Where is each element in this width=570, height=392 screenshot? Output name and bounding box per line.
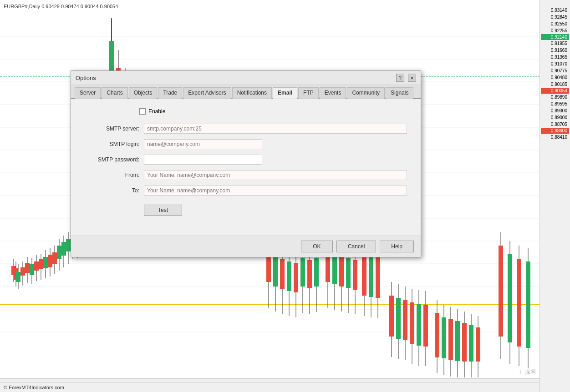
enable-row: Enable (139, 108, 407, 115)
svg-rect-159 (469, 325, 473, 362)
price-level: 0.88705 (541, 121, 569, 128)
tab-email[interactable]: Email (273, 87, 297, 99)
svg-rect-167 (517, 259, 521, 347)
svg-rect-33 (34, 261, 39, 271)
svg-rect-39 (48, 255, 52, 267)
tab-expert-advisors[interactable]: Expert Advisors (183, 87, 231, 99)
tab-server[interactable]: Server (75, 87, 101, 99)
svg-rect-133 (369, 254, 373, 297)
smtp-server-row: SMTP server: (85, 124, 407, 134)
price-level: 0.92550 (541, 20, 569, 27)
to-input[interactable] (144, 186, 407, 196)
from-input[interactable] (144, 170, 407, 180)
smtp-login-label: SMTP login: (85, 141, 144, 147)
svg-rect-41 (52, 252, 57, 264)
price-level: 0.90775 (541, 67, 569, 74)
tab-ftp[interactable]: FTP (298, 87, 319, 99)
svg-rect-169 (526, 261, 530, 348)
svg-rect-107 (273, 257, 278, 286)
to-row: To: (85, 186, 407, 196)
svg-rect-127 (346, 258, 351, 288)
dialog-body: Enable SMTP server: SMTP login: SMTP pas… (71, 99, 421, 236)
price-level: 0.89300 (541, 107, 569, 114)
price-level: 0.88410 (541, 134, 569, 141)
tab-notifications[interactable]: Notifications (232, 87, 272, 99)
price-level: 0.91365 (541, 54, 569, 60)
svg-rect-121 (326, 254, 330, 282)
price-level-red: 0.90054 (541, 88, 569, 94)
price-axis: 0.93140 0.92845 0.92550 0.92255 0.92140 … (539, 0, 570, 392)
dialog-close-button[interactable]: × (408, 74, 416, 82)
smtp-password-label: SMTP password: (85, 156, 144, 163)
svg-rect-37 (43, 257, 48, 268)
svg-rect-157 (462, 323, 467, 362)
price-level: 0.89000 (541, 114, 569, 121)
from-row: From: (85, 170, 407, 180)
svg-rect-123 (332, 255, 337, 284)
to-label: To: (85, 187, 144, 194)
enable-checkbox[interactable] (139, 108, 146, 115)
svg-rect-29 (25, 263, 30, 273)
help-button[interactable]: Help (380, 241, 414, 252)
svg-rect-155 (455, 321, 460, 361)
chart-footer: © ForexMT4Indicators.com (0, 382, 539, 392)
svg-rect-105 (266, 255, 271, 282)
test-button[interactable]: Test (144, 205, 182, 216)
svg-rect-27 (20, 267, 25, 276)
svg-rect-147 (423, 305, 428, 347)
smtp-server-label: SMTP server: (85, 126, 144, 132)
tab-community[interactable]: Community (347, 87, 385, 99)
price-level: 0.89595 (541, 101, 569, 107)
price-level-red2: 0.88600 (541, 128, 569, 134)
svg-rect-35 (39, 259, 43, 269)
svg-rect-117 (307, 260, 312, 288)
chart-symbol-label: EURGBP#,Daily 0.90429 0.90474 0.90044 0.… (4, 4, 118, 9)
price-level: 0.91660 (541, 47, 569, 54)
ok-button[interactable]: OK (301, 241, 333, 252)
price-level: 0.91070 (541, 60, 569, 67)
test-btn-row: Test (144, 205, 407, 216)
dialog-titlebar: Options ? × (71, 71, 421, 85)
price-level: 0.90480 (541, 74, 569, 81)
cancel-button[interactable]: Cancel (336, 241, 376, 252)
tab-objects[interactable]: Objects (129, 87, 158, 99)
price-level: 0.92255 (541, 27, 569, 34)
from-label: From: (85, 172, 144, 178)
svg-rect-145 (417, 304, 421, 346)
svg-rect-43 (57, 246, 61, 259)
svg-rect-119 (314, 258, 319, 286)
tab-trade[interactable]: Trade (158, 87, 182, 99)
svg-rect-139 (396, 298, 401, 339)
svg-rect-47 (66, 239, 71, 251)
smtp-password-row: SMTP password: (85, 155, 407, 165)
svg-rect-151 (442, 317, 446, 358)
price-level: 0.93140 (541, 7, 569, 14)
options-dialog: Options ? × Server Charts Objects Trade … (71, 70, 421, 257)
svg-rect-161 (476, 327, 480, 362)
dialog-footer: OK Cancel Help (71, 236, 421, 257)
svg-rect-31 (30, 264, 34, 275)
svg-rect-45 (61, 242, 66, 256)
dialog-help-button[interactable]: ? (396, 74, 404, 82)
price-level: 0.89890 (541, 94, 569, 101)
dialog-title: Options (76, 75, 96, 81)
svg-rect-137 (389, 296, 394, 337)
svg-rect-135 (376, 255, 380, 298)
tab-events[interactable]: Events (320, 87, 346, 99)
price-level-green: 0.92140 (541, 34, 569, 40)
smtp-password-input[interactable] (144, 155, 262, 165)
svg-rect-143 (410, 302, 414, 344)
dialog-tabs: Server Charts Objects Trade Expert Advis… (71, 85, 421, 99)
enable-label: Enable (148, 108, 165, 115)
svg-rect-111 (287, 261, 291, 291)
svg-rect-163 (499, 246, 503, 337)
svg-rect-125 (339, 257, 344, 286)
smtp-server-input[interactable] (144, 124, 407, 134)
smtp-login-input[interactable] (144, 139, 262, 149)
svg-rect-141 (403, 300, 407, 340)
svg-rect-153 (448, 319, 453, 360)
svg-rect-129 (353, 260, 357, 290)
price-level: 0.92845 (541, 14, 569, 20)
tab-signals[interactable]: Signals (386, 87, 413, 99)
tab-charts[interactable]: Charts (102, 87, 127, 99)
